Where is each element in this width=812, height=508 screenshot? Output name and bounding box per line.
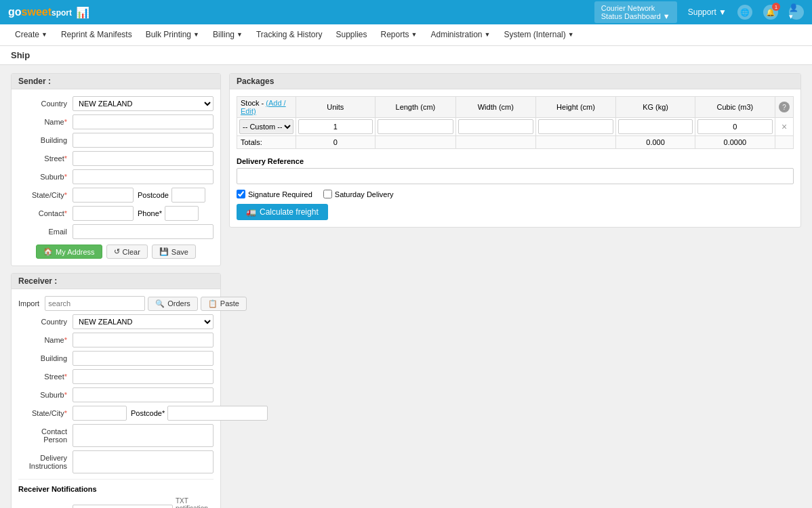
receiver-header: Receiver : bbox=[12, 274, 220, 289]
courier-label: Courier Network bbox=[601, 4, 655, 12]
sender-name-row: Name* bbox=[18, 114, 214, 129]
length-cell bbox=[375, 118, 455, 136]
delivery-reference-input[interactable] bbox=[237, 168, 794, 184]
options-row: Signature Required Saturday Delivery bbox=[237, 190, 794, 198]
signature-required-checkbox[interactable] bbox=[237, 190, 245, 198]
sender-postcode-input[interactable] bbox=[171, 188, 205, 203]
width-input[interactable] bbox=[458, 119, 533, 134]
nav-bulk-printing[interactable]: Bulk Printing ▼ bbox=[139, 24, 206, 45]
sender-contact-input[interactable] bbox=[73, 206, 134, 221]
info-icon[interactable]: ? bbox=[779, 102, 790, 112]
sender-state-row: State/City* Postcode bbox=[18, 188, 214, 203]
sender-country-select[interactable]: NEW ZEALAND bbox=[73, 96, 214, 111]
stock-select[interactable]: -- Custom -- bbox=[239, 119, 293, 134]
saturday-delivery-label[interactable]: Saturday Delivery bbox=[323, 190, 394, 198]
signature-required-label[interactable]: Signature Required bbox=[237, 190, 312, 198]
nav-tracking[interactable]: Tracking & History bbox=[249, 24, 329, 45]
chevron-down-icon: ▼ bbox=[237, 31, 243, 38]
delivery-reference-section: Delivery Reference bbox=[237, 157, 794, 184]
nav-administration[interactable]: Administration ▼ bbox=[424, 24, 497, 45]
units-input[interactable] bbox=[298, 119, 373, 134]
sender-street-row: Street* bbox=[18, 151, 214, 166]
receiver-street-input[interactable] bbox=[73, 369, 214, 384]
nav-reprint[interactable]: Reprint & Manifests bbox=[54, 24, 139, 45]
sender-email-input[interactable] bbox=[73, 224, 214, 239]
remove-row-icon[interactable]: × bbox=[781, 121, 787, 132]
receiver-state-input[interactable] bbox=[73, 406, 127, 421]
support-btn[interactable]: Support ▼ bbox=[688, 7, 727, 17]
calculate-freight-button[interactable]: 🚛 Calculate freight bbox=[237, 204, 328, 220]
receiver-delivery-input[interactable] bbox=[73, 450, 214, 473]
right-panel: Packages Stock - (Add / Edit) Units Leng… bbox=[229, 73, 801, 508]
save-button[interactable]: 💾 Save bbox=[152, 245, 196, 259]
receiver-country-select[interactable]: NEW ZEALAND bbox=[73, 314, 214, 329]
receiver-delivery-row: Delivery Instructions bbox=[18, 450, 214, 473]
receiver-search-input[interactable] bbox=[45, 296, 145, 311]
total-width bbox=[455, 136, 535, 149]
total-cubic: 0.0000 bbox=[695, 136, 775, 149]
sender-name-input[interactable] bbox=[73, 114, 214, 129]
chevron-down-icon: ▼ bbox=[193, 31, 199, 38]
sender-phone-label: Phone* bbox=[138, 209, 162, 217]
receiver-building-input[interactable] bbox=[73, 351, 214, 366]
page-title: Ship bbox=[11, 50, 30, 60]
notifications-icon[interactable]: 🔔 1 bbox=[763, 5, 778, 20]
my-address-button[interactable]: 🏠 My Address bbox=[36, 245, 102, 259]
clear-button[interactable]: ↺ Clear bbox=[106, 245, 148, 259]
cubic-cell bbox=[695, 118, 775, 136]
saturday-delivery-checkbox[interactable] bbox=[323, 190, 332, 198]
nav-billing[interactable]: Billing ▼ bbox=[206, 24, 249, 45]
packages-header: Packages bbox=[230, 74, 800, 89]
receiver-suburb-label: Suburb* bbox=[18, 391, 73, 399]
sender-postcode-label: Postcode bbox=[138, 191, 169, 199]
sender-street-input[interactable] bbox=[73, 151, 214, 166]
sender-building-label: Building bbox=[18, 136, 73, 144]
courier-dashboard-btn[interactable]: Courier Network Status Dashboard ▼ bbox=[594, 1, 677, 23]
kg-input[interactable] bbox=[618, 119, 692, 134]
nav-system[interactable]: System (Internal) ▼ bbox=[497, 24, 580, 45]
receiver-contact-input[interactable] bbox=[73, 424, 214, 447]
receiver-notif-phone-input[interactable] bbox=[73, 505, 173, 508]
sender-building-input[interactable] bbox=[73, 133, 214, 148]
cubic-col-header: Cubic (m3) bbox=[695, 97, 775, 118]
sender-buttons: 🏠 My Address ↺ Clear 💾 Save bbox=[18, 245, 214, 259]
sender-phone-input[interactable] bbox=[165, 206, 199, 221]
logo-sweet: sweet bbox=[22, 6, 52, 18]
sender-section: Sender : Country NEW ZEALAND Name* bbox=[11, 73, 221, 266]
sender-state-input[interactable] bbox=[73, 188, 134, 203]
stock-cell: -- Custom -- bbox=[237, 118, 296, 136]
receiver-postcode-label: Postcode* bbox=[131, 409, 165, 417]
length-input[interactable] bbox=[378, 119, 453, 134]
total-action bbox=[775, 136, 793, 149]
receiver-country-row: Country NEW ZEALAND bbox=[18, 314, 214, 329]
nav-create[interactable]: Create ▼ bbox=[8, 24, 54, 45]
logo: gosweetsport bbox=[8, 6, 72, 18]
page-title-bar: Ship bbox=[0, 46, 812, 65]
height-input[interactable] bbox=[538, 119, 614, 134]
receiver-street-label: Street* bbox=[18, 373, 73, 381]
receiver-name-input[interactable] bbox=[73, 333, 214, 347]
main-nav: Create ▼ Reprint & Manifests Bulk Printi… bbox=[0, 24, 812, 46]
receiver-section: Receiver : Import 🔍 Orders 📋 Paste bbox=[11, 273, 221, 508]
globe-icon[interactable]: 🌐 bbox=[737, 5, 752, 20]
orders-button[interactable]: 🔍 Orders bbox=[148, 297, 198, 311]
user-icon[interactable]: 👤 ▾ bbox=[789, 5, 804, 20]
height-col-header: Height (cm) bbox=[535, 97, 616, 118]
width-col-header: Width (cm) bbox=[455, 97, 535, 118]
receiver-import-row: Import 🔍 Orders 📋 Paste bbox=[18, 296, 214, 311]
receiver-state-label: State/City* bbox=[18, 409, 73, 417]
sender-suburb-input[interactable] bbox=[73, 169, 214, 184]
receiver-suburb-input[interactable] bbox=[73, 387, 214, 402]
app-header: gosweetsport 📊 Courier Network Status Da… bbox=[0, 0, 812, 24]
cubic-input[interactable] bbox=[697, 119, 773, 134]
sender-suburb-row: Suburb* bbox=[18, 169, 214, 184]
dashboard-label: Status Dashboard bbox=[601, 12, 661, 20]
home-icon: 🏠 bbox=[43, 247, 53, 256]
left-panel: Sender : Country NEW ZEALAND Name* bbox=[11, 73, 221, 508]
nav-reports[interactable]: Reports ▼ bbox=[374, 24, 424, 45]
required-star: * bbox=[64, 118, 67, 126]
nav-supplies[interactable]: Supplies bbox=[329, 24, 373, 45]
packages-table-header: Stock - (Add / Edit) Units Length (cm) W… bbox=[237, 97, 794, 118]
chevron-down-icon: ▼ bbox=[485, 31, 491, 38]
sender-contact-label: Contact* bbox=[18, 209, 73, 217]
